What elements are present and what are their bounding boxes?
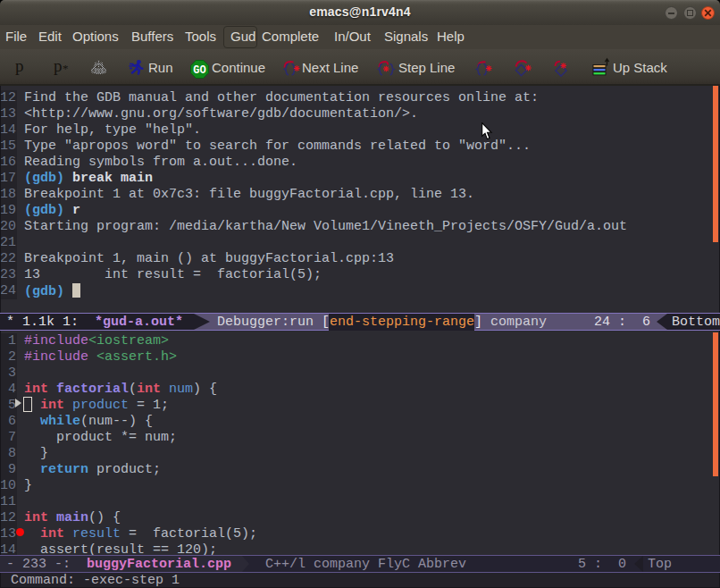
svg-text:GO: GO [193,64,205,77]
